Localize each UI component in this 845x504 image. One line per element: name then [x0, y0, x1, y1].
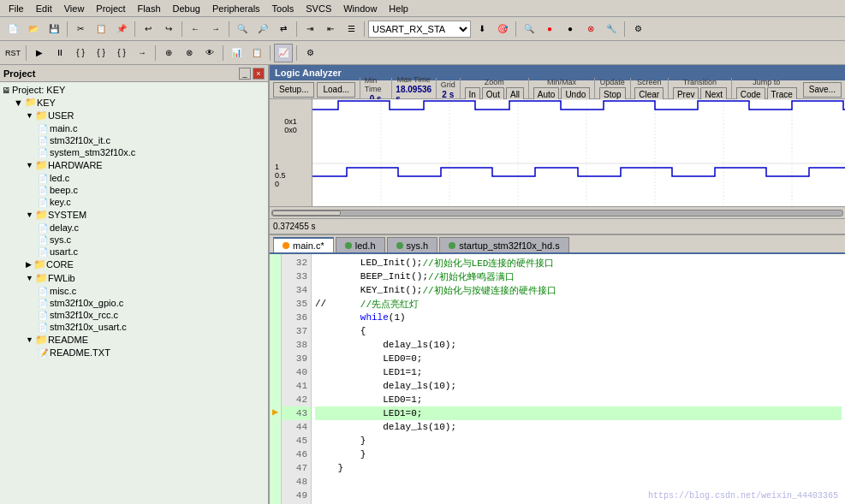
tree-item-7[interactable]: 📄led.c — [2, 172, 266, 184]
tree-item-18[interactable]: 📄stm32f10x_rcc.c — [2, 309, 266, 321]
reset-btn[interactable]: RST — [3, 44, 22, 62]
nav-fwd-button[interactable]: → — [206, 20, 225, 39]
project-tree[interactable]: 🖥Project: KEY▼📁KEY▼📁USER📄main.c📄stm32f10… — [0, 82, 268, 504]
tab-label-3: startup_stm32f10x_hd.s — [459, 240, 559, 251]
tab-2[interactable]: sys.h — [387, 237, 438, 252]
tree-item-2[interactable]: ▼📁USER — [2, 109, 266, 122]
tree-item-21[interactable]: 📝README.TXT — [2, 347, 266, 359]
tree-item-4[interactable]: 📄stm32f10x_it.c — [2, 134, 266, 146]
tree-item-10[interactable]: ▼📁SYSTEM — [2, 208, 266, 222]
find2-button[interactable]: 🔎 — [253, 20, 272, 39]
la-load-btn[interactable]: Load... — [317, 82, 355, 98]
folder-toggle[interactable]: ▼ — [26, 274, 33, 282]
red-circle[interactable]: ● — [540, 20, 559, 39]
gray-circle[interactable]: ● — [561, 20, 580, 39]
menu-tools[interactable]: Tools — [267, 3, 300, 15]
la-save-btn[interactable]: Save... — [803, 82, 842, 98]
la-scroll-thumb[interactable] — [272, 210, 341, 216]
folder-toggle[interactable]: ▼ — [26, 210, 33, 219]
chip-btn[interactable]: 🔧 — [602, 20, 621, 39]
undo-button[interactable]: ↩ — [139, 20, 158, 39]
menu-file[interactable]: File — [3, 3, 29, 15]
menu-help[interactable]: Help — [384, 3, 414, 15]
open-button[interactable]: 📂 — [24, 20, 43, 39]
folder-toggle[interactable]: ▼ — [26, 111, 33, 120]
tree-item-6[interactable]: ▼📁HARDWARE — [2, 158, 266, 172]
tree-label: led.c — [50, 173, 69, 183]
bp-btn[interactable]: ⊕ — [159, 44, 178, 62]
dbg-btn4[interactable]: { } — [92, 44, 110, 62]
dbg-btn5[interactable]: { } — [112, 44, 131, 62]
config-btn[interactable]: ⚙ — [628, 20, 647, 39]
scope-btn[interactable]: 📈 — [274, 44, 293, 62]
la-scrollbar[interactable] — [270, 206, 845, 218]
tree-item-16[interactable]: 📄misc.c — [2, 285, 266, 297]
tree-item-17[interactable]: 📄stm32f10x_gpio.c — [2, 297, 266, 309]
sep-d2 — [155, 45, 156, 61]
menu-window[interactable]: Window — [338, 3, 382, 15]
tree-item-15[interactable]: ▼📁FWLib — [2, 271, 266, 285]
stop-circle[interactable]: ⊗ — [581, 20, 600, 39]
proj-toggle[interactable]: ▼ — [14, 98, 23, 108]
find-button[interactable]: 🔍 — [233, 20, 252, 39]
watch-btn[interactable]: 👁 — [200, 44, 219, 62]
folder-toggle[interactable]: ▶ — [26, 260, 32, 269]
menu-edit[interactable]: Edit — [31, 3, 57, 15]
tree-item-9[interactable]: 📄key.c — [2, 196, 266, 208]
outdent-button[interactable]: ⇤ — [321, 20, 340, 39]
redo-button[interactable]: ↪ — [159, 20, 178, 39]
tree-item-12[interactable]: 📄sys.c — [2, 234, 266, 246]
bp-clear-btn[interactable]: ⊗ — [180, 44, 199, 62]
menu-debug[interactable]: Debug — [168, 3, 205, 15]
dbg-step-btn[interactable]: → — [133, 44, 152, 62]
mem-btn[interactable]: 📊 — [227, 44, 246, 62]
dbg-btn1[interactable]: ▶ — [30, 44, 49, 62]
target-button[interactable]: 🎯 — [493, 20, 512, 39]
indicators-col: ▶ — [270, 254, 282, 504]
format-button[interactable]: ☰ — [342, 20, 360, 39]
panel-minimize-btn[interactable]: _ — [239, 68, 251, 80]
tree-item-11[interactable]: 📄delay.c — [2, 222, 266, 234]
cut-button[interactable]: ✂ — [71, 20, 90, 39]
tools-extra[interactable]: ⚙ — [301, 44, 319, 62]
tree-item-14[interactable]: ▶📁CORE — [2, 258, 266, 271]
tab-3[interactable]: startup_stm32f10x_hd.s — [439, 237, 568, 252]
tree-item-0[interactable]: 🖥Project: KEY — [2, 84, 266, 96]
la-scroll-track[interactable] — [271, 210, 843, 216]
menu-view[interactable]: View — [59, 3, 90, 15]
search-btn[interactable]: 🔍 — [520, 20, 539, 39]
indent-button[interactable]: ⇥ — [301, 20, 319, 39]
watermark: https://blog.csdn.net/weixin_44403365 — [648, 491, 838, 501]
dbg-btn2[interactable]: ⏸ — [51, 44, 69, 62]
la-screen-label: Screen — [637, 78, 662, 86]
panel-close-btn[interactable]: × — [253, 68, 265, 80]
tree-item-13[interactable]: 📄usart.c — [2, 246, 266, 258]
la-setup-btn[interactable]: Setup... — [273, 82, 314, 98]
download-button[interactable]: ⬇ — [473, 20, 491, 39]
new-button[interactable]: 📄 — [3, 20, 22, 39]
tree-item-19[interactable]: 📄stm32f10x_usart.c — [2, 321, 266, 333]
regs-btn[interactable]: 📋 — [247, 44, 266, 62]
la-jumpto-group: Jump to Code Trace — [736, 78, 797, 101]
tab-1[interactable]: led.h — [336, 237, 385, 252]
target-combo[interactable]: USART_RX_STA — [368, 21, 471, 38]
dbg-btn3[interactable]: { } — [71, 44, 90, 62]
tree-item-1[interactable]: ▼📁KEY — [2, 96, 266, 109]
paste-button[interactable]: 📌 — [112, 20, 131, 39]
menu-project[interactable]: Project — [91, 3, 130, 15]
indicator-16 — [270, 473, 281, 487]
nav-back-button[interactable]: ← — [186, 20, 205, 39]
replace-button[interactable]: ⇄ — [274, 20, 293, 39]
tab-0[interactable]: main.c* — [273, 237, 334, 252]
save-button[interactable]: 💾 — [45, 20, 63, 39]
tree-item-8[interactable]: 📄beep.c — [2, 184, 266, 196]
tree-item-3[interactable]: 📄main.c — [2, 122, 266, 134]
folder-toggle[interactable]: ▼ — [26, 161, 33, 169]
copy-button[interactable]: 📋 — [92, 20, 110, 39]
menu-peripherals[interactable]: Peripherals — [207, 3, 265, 15]
tree-item-5[interactable]: 📄system_stm32f10x.c — [2, 146, 266, 158]
tree-item-20[interactable]: ▼📁README — [2, 333, 266, 347]
folder-toggle[interactable]: ▼ — [26, 335, 33, 344]
menu-svcs[interactable]: SVCS — [301, 3, 336, 15]
menu-flash[interactable]: Flash — [133, 3, 166, 15]
